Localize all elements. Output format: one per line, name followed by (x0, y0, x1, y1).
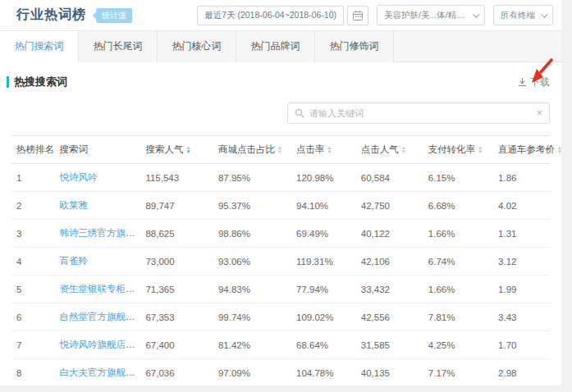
section-header: 热搜搜索词 下载 (7, 75, 550, 89)
search-row: × (0, 103, 550, 124)
rank-cell: 1 (11, 164, 54, 192)
table-row: 3 韩诗三绣官方旗舰店... 88,625 98.86% 69.49% 40,1… (11, 220, 550, 248)
keyword-link[interactable]: 资生堂银联专柜官方旗舰 (59, 284, 140, 294)
column-header[interactable]: 搜索词 (54, 136, 140, 164)
search-input[interactable] (309, 108, 537, 118)
pay-conv-cell: 1.66% (423, 276, 493, 303)
tab-2[interactable]: 热门核心词 (158, 31, 236, 62)
mall-click-pct-cell: 81.42% (213, 331, 291, 359)
click-pop-cell: 42,556 (356, 303, 423, 331)
ctr-cell: 69.49% (291, 220, 356, 248)
mall-click-pct-cell: 99.74% (213, 303, 291, 331)
pay-conv-cell: 6.68% (423, 192, 493, 220)
page-header: 行业热词榜 统计值 最近7天 (2018-06-04~2018-06-10) 美… (0, 0, 561, 31)
hot-words-page: 行业热词榜 统计值 最近7天 (2018-06-04~2018-06-10) 美… (0, 0, 561, 385)
rank-cell: 6 (11, 303, 54, 331)
ztc-price-cell: 3.12 (493, 248, 550, 276)
mall-click-pct-cell: 93.06% (213, 248, 291, 276)
rank-cell: 8 (11, 359, 54, 387)
ztc-price-cell: 2.98 (493, 359, 550, 387)
search-pop-cell: 89,747 (140, 192, 213, 220)
table-header-row: 热榜排名搜索词搜索人气▲▼商城点击占比▲▼点击率▲▼点击人气▲▼支付转化率▲▼直… (11, 136, 550, 164)
ctr-cell: 120.98% (291, 164, 356, 192)
keyword-link[interactable]: 欧莱雅 (59, 200, 88, 210)
page-title: 行业热词榜 (16, 7, 86, 24)
rank-cell: 7 (11, 331, 54, 359)
click-pop-cell: 42,106 (356, 248, 423, 276)
calendar-icon (352, 10, 364, 21)
ztc-price-cell: 4.02 (493, 192, 550, 220)
search-pop-cell: 67,353 (140, 303, 213, 331)
pay-conv-cell: 7.17% (423, 359, 493, 387)
click-pop-cell: 31,585 (356, 331, 423, 359)
date-range-field[interactable]: 最近7天 (2018-06-04~2018-06-10) (197, 6, 344, 25)
rank-cell: 3 (11, 220, 54, 248)
keyword-link[interactable]: 韩诗三绣官方旗舰店... (59, 228, 140, 238)
click-pop-cell: 40,122 (356, 220, 423, 248)
keyword-link[interactable]: 悦诗风吟 (59, 172, 97, 182)
pay-conv-cell: 6.15% (423, 164, 493, 192)
tabs: 热门搜索词热门长尾词热门核心词热门品牌词热门修饰词 (0, 31, 561, 62)
search-pop-cell: 67,036 (140, 359, 213, 387)
page-edge-bottom (0, 385, 572, 392)
keyword-link[interactable]: 白大夫官方旗舰店官网 (59, 367, 140, 377)
table-row: 5 资生堂银联专柜官方旗舰 71,365 94.83% 77.94% 33,43… (11, 276, 550, 303)
column-header[interactable]: 点击率▲▼ (291, 136, 356, 164)
sort-icon[interactable]: ▲▼ (277, 146, 282, 154)
tab-0[interactable]: 热门搜索词 (0, 31, 79, 62)
click-pop-cell: 42,750 (356, 192, 423, 220)
keyword-link[interactable]: 自然堂官方旗舰店官... (59, 312, 140, 321)
tabs-filler (394, 31, 561, 62)
mall-click-pct-cell: 98.86% (213, 220, 291, 248)
keyword-link[interactable]: 悦诗风吟旗舰店官网 (59, 340, 140, 349)
pay-conv-cell: 6.74% (423, 248, 493, 276)
calendar-button[interactable] (347, 6, 368, 25)
column-header[interactable]: 搜索人气▲▼ (140, 136, 213, 164)
pay-conv-cell: 4.25% (423, 331, 493, 359)
tab-4[interactable]: 热门修饰词 (315, 31, 394, 62)
ctr-cell: 109.02% (291, 303, 356, 331)
pay-conv-cell: 7.81% (423, 303, 493, 331)
mall-click-pct-cell: 87.95% (213, 164, 291, 192)
ztc-price-cell: 3.43 (493, 303, 550, 331)
search-box[interactable]: × (287, 103, 550, 124)
column-header[interactable]: 热榜排名 (11, 136, 54, 164)
table-row: 1 悦诗风吟 115,543 87.95% 120.98% 60,584 6.1… (11, 164, 550, 192)
terminal-dropdown-value: 所有终端 (501, 10, 535, 21)
ztc-price-cell: 1.70 (493, 331, 550, 359)
clear-icon[interactable]: × (537, 108, 542, 118)
rank-cell: 5 (11, 276, 54, 303)
rank-cell: 2 (11, 192, 54, 220)
sort-icon[interactable]: ▲▼ (401, 146, 406, 154)
column-header[interactable]: 直通车参考价▲▼ (493, 136, 550, 164)
table-row: 7 悦诗风吟旗舰店官网 67,400 81.42% 68.64% 31,585 … (11, 331, 550, 359)
tab-1[interactable]: 热门长尾词 (79, 31, 158, 62)
section-accent-bar (7, 76, 9, 88)
click-pop-cell: 60,584 (356, 164, 423, 192)
table-row: 6 自然堂官方旗舰店官... 67,353 99.74% 109.02% 42,… (11, 303, 550, 331)
sort-icon[interactable]: ▲▼ (478, 146, 483, 154)
column-header[interactable]: 点击人气▲▼ (356, 136, 423, 164)
ctr-cell: 119.31% (291, 248, 356, 276)
search-pop-cell: 73,000 (140, 248, 213, 276)
category-dropdown[interactable]: 美容护肤/美...体/精油行业 (377, 5, 485, 25)
download-button[interactable]: 下载 (518, 75, 550, 89)
sort-icon[interactable]: ▲▼ (185, 146, 190, 154)
ctr-cell: 68.64% (291, 331, 356, 359)
sort-icon[interactable]: ▲▼ (327, 146, 332, 154)
search-pop-cell: 67,400 (140, 331, 213, 359)
click-pop-cell: 33,432 (356, 276, 423, 303)
table-row: 8 白大夫官方旗舰店官网 67,036 97.09% 104.78% 40,13… (11, 359, 550, 387)
search-pop-cell: 115,543 (140, 164, 213, 192)
column-header[interactable]: 支付转化率▲▼ (423, 136, 493, 164)
keyword-link[interactable]: 百雀羚 (59, 256, 88, 266)
terminal-dropdown[interactable]: 所有终端 (493, 5, 553, 25)
tab-3[interactable]: 热门品牌词 (236, 31, 315, 62)
chevron-down-icon (541, 11, 547, 17)
chevron-down-icon (473, 11, 479, 17)
hot-words-table: 热榜排名搜索词搜索人气▲▼商城点击占比▲▼点击率▲▼点击人气▲▼支付转化率▲▼直… (11, 135, 550, 387)
ctr-cell: 77.94% (291, 276, 356, 303)
column-header[interactable]: 商城点击占比▲▼ (213, 136, 291, 164)
pay-conv-cell: 1.66% (423, 220, 493, 248)
ctr-cell: 104.78% (291, 359, 356, 387)
